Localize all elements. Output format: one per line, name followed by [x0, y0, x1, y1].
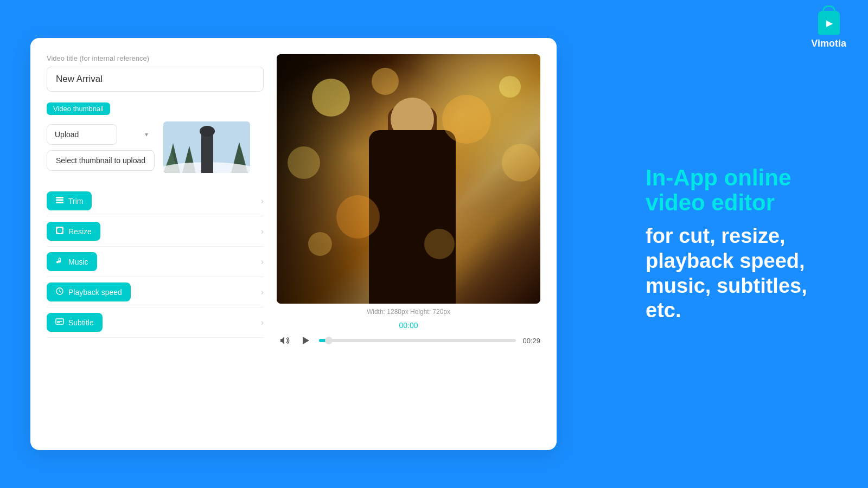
svg-rect-18 — [57, 321, 62, 322]
tool-row-subtitle: Subtitle › — [47, 307, 264, 338]
trim-icon — [55, 196, 64, 206]
marketing-panel: In-App online video editor for cut, resi… — [646, 165, 835, 323]
svg-rect-19 — [57, 323, 60, 324]
play-button[interactable] — [298, 333, 312, 348]
resize-chevron-icon: › — [261, 227, 264, 236]
logo-icon: ▶ — [818, 11, 840, 35]
playback-speed-button[interactable]: Playback speed — [47, 282, 131, 301]
marketing-headline: In-App online video editor — [646, 165, 835, 215]
logo-text: Vimotia — [811, 38, 846, 49]
tool-row-trim: Trim › — [47, 186, 264, 216]
svg-marker-29 — [303, 337, 309, 344]
progress-thumb[interactable] — [325, 337, 333, 344]
trim-button[interactable]: Trim — [47, 191, 92, 210]
svg-rect-15 — [56, 227, 63, 234]
video-controls: 00:00 00: — [277, 321, 540, 348]
thumbnail-badge: Video thumbnail — [47, 102, 110, 115]
playback-speed-icon — [55, 287, 64, 297]
thumbnail-controls: Upload URL Frame Select thumbnail to upl… — [47, 124, 155, 171]
select-thumbnail-button[interactable]: Select thumbnail to upload — [47, 150, 155, 171]
subtitle-icon — [55, 317, 64, 328]
person-figure — [363, 98, 461, 304]
tool-row-playback-speed: Playback speed › — [47, 277, 264, 307]
video-frame — [277, 54, 540, 304]
thumbnail-preview — [163, 121, 250, 173]
video-dimensions: Width: 1280px Height: 720px — [367, 308, 450, 316]
video-title-input[interactable] — [47, 67, 264, 92]
main-card: Video title (for internal reference) Vid… — [30, 38, 557, 450]
music-chevron-icon: › — [261, 257, 264, 267]
left-panel: Video title (for internal reference) Vid… — [47, 54, 264, 434]
video-title-label: Video title (for internal reference) — [47, 54, 264, 62]
progress-bar[interactable] — [319, 339, 516, 342]
upload-select[interactable]: Upload URL Frame — [47, 124, 117, 145]
play-icon — [301, 336, 310, 345]
tool-row-music: Music › — [47, 247, 264, 277]
person-body — [369, 130, 456, 304]
subtitle-chevron-icon: › — [261, 318, 264, 328]
upload-select-wrapper[interactable]: Upload URL Frame — [47, 124, 155, 145]
subtitle-button[interactable]: Subtitle — [47, 313, 103, 332]
svg-rect-12 — [56, 197, 63, 198]
resize-button[interactable]: Resize — [47, 222, 100, 241]
playback-speed-chevron-icon: › — [261, 287, 264, 297]
right-panel: Width: 1280px Height: 720px 00:00 — [277, 54, 540, 434]
volume-icon — [279, 335, 290, 346]
svg-rect-14 — [56, 202, 63, 203]
logo-area: ▶ Vimotia — [811, 11, 846, 49]
music-button[interactable]: Music — [47, 252, 97, 271]
current-time: 00:00 — [399, 321, 418, 330]
volume-button[interactable] — [277, 333, 292, 348]
music-icon — [55, 256, 64, 267]
end-time: 00:29 — [522, 337, 540, 345]
controls-row: 00:29 — [277, 333, 540, 348]
logo-play-icon: ▶ — [826, 18, 833, 28]
marketing-body: for cut, resize, playback speed, music, … — [646, 224, 835, 323]
trim-chevron-icon: › — [261, 196, 264, 206]
svg-rect-13 — [56, 200, 63, 201]
thumbnail-row: Upload URL Frame Select thumbnail to upl… — [47, 121, 264, 173]
svg-rect-11 — [163, 121, 250, 173]
tool-row-resize: Resize › — [47, 216, 264, 247]
resize-icon — [55, 226, 64, 236]
